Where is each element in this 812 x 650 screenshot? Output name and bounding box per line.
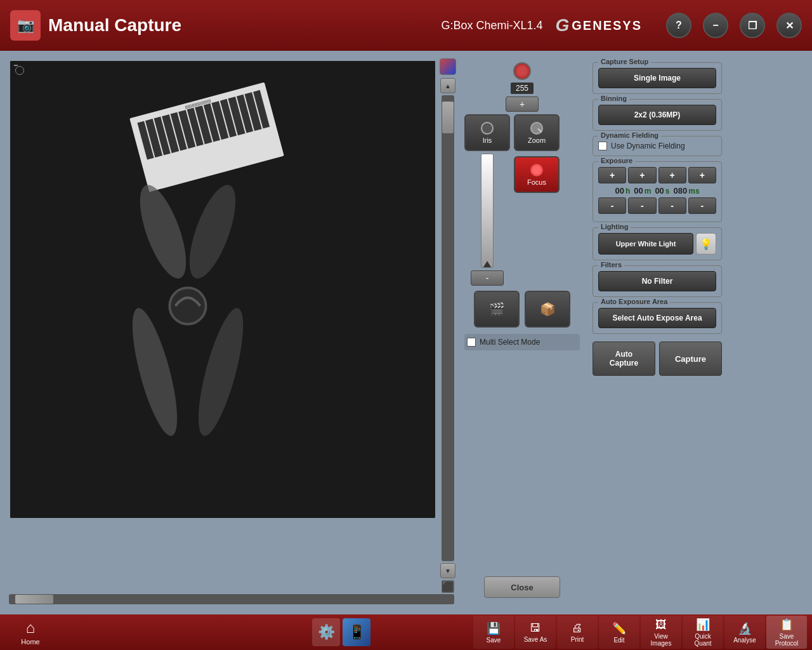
media-device-icon[interactable]: 📱 (343, 618, 370, 646)
svg-point-2 (169, 288, 206, 324)
bulb-icon: 💡 (700, 238, 712, 250)
color-picker-button[interactable] (440, 58, 456, 75)
lighting-mode-button[interactable]: Upper White Light (598, 233, 693, 255)
lighting-bulb-button[interactable]: 💡 (696, 233, 716, 255)
capture-button[interactable]: Capture (659, 342, 722, 376)
save-as-taskbar-button[interactable]: 🖫 Save As (515, 616, 556, 649)
exposure-plus-ms[interactable]: + (688, 167, 716, 183)
select-auto-expose-button[interactable]: Select Auto Expose Area (598, 308, 716, 328)
camera-btn-2[interactable]: 📦 (525, 291, 570, 328)
image-canvas: IIIIIIIIIIIIIIIIIII (10, 61, 435, 518)
scroll-up-button[interactable]: ▲ (440, 78, 455, 93)
lighting-label: Lighting (598, 223, 631, 230)
focus-function-button[interactable]: Focus (514, 156, 560, 193)
dynamic-fielding-row: Use Dynamic Fielding (598, 142, 716, 150)
save-taskbar-button[interactable]: 💾 Save (473, 616, 514, 649)
exposure-ms-value: 080 (674, 186, 688, 196)
scroll-down-button[interactable]: ▼ (440, 563, 455, 578)
exposure-plus-minutes[interactable]: + (628, 167, 656, 183)
capture-setup-group: Capture Setup Single Image (593, 62, 722, 94)
analyse-taskbar-button[interactable]: 🔬 Analyse (724, 616, 765, 649)
zoom-function-button[interactable]: Zoom (514, 114, 560, 151)
dynamic-fielding-checkbox[interactable] (598, 142, 607, 150)
view-images-taskbar-button[interactable]: 🖼 ViewImages (641, 616, 681, 649)
edit-taskbar-button[interactable]: ✏️ Edit (599, 616, 639, 649)
home-button[interactable]: ⌂ Home (5, 616, 56, 649)
binning-value-button[interactable]: 2x2 (0.36MP) (598, 105, 716, 125)
save-as-label: Save As (524, 636, 547, 643)
dynamic-fielding-checkbox-label: Use Dynamic Fielding (611, 142, 685, 150)
focus-icon (530, 164, 543, 176)
exposure-hours-unit: h (625, 187, 630, 196)
exposure-label: Exposure (598, 157, 635, 164)
activity-icon[interactable]: ⚙️ (312, 618, 340, 646)
exposure-group: Exposure + + + + 00 h 00 m 00 s 080 ms - (593, 161, 722, 222)
quick-quant-taskbar-button[interactable]: 📊 QuickQuant (683, 616, 723, 649)
capture-mode-button[interactable]: Single Image (598, 68, 716, 88)
multi-select-label: Multi Select Mode (480, 338, 540, 347)
brand-name: GENESYS (572, 18, 642, 33)
binning-group: Binning 2x2 (0.36MP) (593, 99, 722, 131)
exposure-minutes-unit: m (645, 187, 652, 196)
iris-value-display: 255 (511, 83, 534, 94)
close-button[interactable]: ✕ (776, 13, 802, 38)
save-protocol-icon: 📋 (780, 618, 794, 632)
iris-plus-button[interactable]: + (506, 96, 539, 112)
minimize-button[interactable]: − (703, 13, 728, 38)
svg-point-3 (131, 180, 195, 284)
zoom-icon (530, 122, 543, 135)
filters-label: Filters (598, 261, 624, 269)
scroll-track[interactable] (442, 95, 454, 561)
app-title: Manual Capture (48, 15, 433, 36)
horiz-scroll-track[interactable] (9, 594, 454, 604)
multi-select-checkbox[interactable] (467, 338, 476, 347)
dynamic-fielding-label: Dynamic Fielding (598, 131, 661, 139)
exposure-minus-buttons: - - - - (598, 197, 716, 214)
iris-function-button[interactable]: Iris (464, 114, 510, 151)
save-as-icon: 🖫 (530, 621, 541, 635)
exposure-plus-hours[interactable]: + (598, 167, 626, 183)
camera-btn-1[interactable]: 🎬 (474, 291, 520, 328)
horizontal-scrollbar[interactable] (6, 594, 457, 608)
exposure-minus-hours[interactable]: - (598, 197, 626, 214)
auto-capture-button[interactable]: AutoCapture (593, 342, 655, 376)
auto-exposure-label: Auto Exposure Area (598, 298, 670, 305)
exposure-ms-unit: ms (688, 187, 699, 196)
help-button[interactable]: ? (666, 13, 691, 38)
binning-label: Binning (598, 95, 629, 102)
zoom-slider[interactable] (481, 154, 494, 268)
exposure-plus-seconds[interactable]: + (658, 167, 686, 183)
svg-point-4 (180, 180, 245, 284)
edit-label: Edit (613, 637, 624, 644)
save-protocol-taskbar-button[interactable]: 📋 SaveProtocol (766, 616, 807, 649)
scroll-thumb (442, 102, 454, 133)
zoom-minus-button[interactable]: - (471, 270, 504, 286)
vertical-scrollbar[interactable]: ▲ ▼ ⬛ (439, 57, 457, 594)
close-modal-button[interactable]: Close (484, 576, 560, 598)
auto-exposure-group: Auto Exposure Area Select Auto Expose Ar… (593, 302, 722, 334)
scroll-corner[interactable]: ⬛ (442, 580, 454, 593)
bottom-camera-buttons: 🎬 📦 (464, 291, 580, 328)
exposure-minus-minutes[interactable]: - (628, 197, 656, 214)
save-label: Save (487, 637, 501, 644)
capture-setup-label: Capture Setup (598, 58, 651, 65)
exposure-minus-ms[interactable]: - (688, 197, 716, 214)
focus-button-label: Focus (527, 178, 546, 186)
analyse-label: Analyse (733, 637, 756, 644)
zoom-button-label: Zoom (528, 136, 546, 144)
filter-value-button[interactable]: No Filter (598, 271, 716, 291)
iris-button-label: Iris (483, 136, 492, 144)
home-label: Home (21, 638, 39, 646)
print-taskbar-button[interactable]: 🖨 Print (557, 616, 598, 649)
save-protocol-label: SaveProtocol (775, 633, 799, 647)
print-label: Print (571, 636, 584, 643)
taskbar: ⌂ Home ⚙️ 📱 💾 Save 🖫 Save As 🖨 Print ✏️ … (0, 614, 812, 650)
app-icon: 📷 (10, 10, 41, 41)
dynamic-fielding-group: Dynamic Fielding Use Dynamic Fielding (593, 136, 722, 156)
analyse-icon: 🔬 (738, 621, 752, 635)
exposure-minus-seconds[interactable]: - (658, 197, 686, 214)
horiz-scroll-thumb (15, 595, 53, 604)
restore-button[interactable]: ❐ (740, 13, 765, 38)
titlebar: 📷 Manual Capture G:Box Chemi-XL1.4 G GEN… (0, 0, 812, 51)
action-buttons-row: AutoCapture Capture (593, 342, 722, 376)
